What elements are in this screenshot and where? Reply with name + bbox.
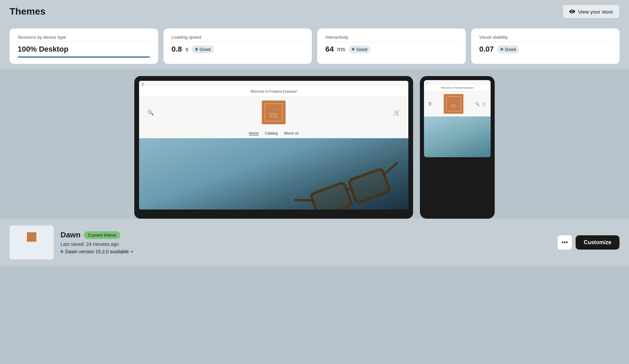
tablet-hero: [139, 138, 408, 210]
tablet-nav: 🔍 👓 Portland Eyewear 🛒: [139, 96, 408, 128]
logo-text: Portland Eyewear: [270, 113, 277, 118]
view-store-label: View your store: [578, 9, 613, 15]
stat-label-sessions: Sessions by device type: [18, 35, 150, 40]
mobile-menu-icon: ☰: [428, 102, 432, 106]
version-dot: [61, 250, 63, 253]
mobile-code: );: [424, 80, 491, 85]
stat-card-interactivity: Interactivity 64 ms Good: [317, 29, 466, 64]
stat-badge-loading: Good: [192, 46, 214, 53]
theme-name-row: Dawn Current theme: [61, 231, 133, 239]
svg-line-3: [295, 195, 313, 206]
mobile-logo-inner: 👓 PortlandEyewear: [446, 96, 461, 111]
page-header: Themes View your store: [0, 0, 629, 23]
stat-label-stability: Visual stability: [479, 35, 612, 40]
stat-value-loading: 0.8: [172, 45, 182, 54]
mobile-nav: ☰ 👓 PortlandEyewear 🔍 🛒: [424, 91, 491, 116]
tablet-menu-links: Home Catalog About us: [139, 128, 408, 138]
tablet-topbar: Welcome to Portland Eyewear!: [139, 87, 408, 96]
sessions-progress-bar: [18, 56, 150, 58]
eye-icon: [569, 8, 575, 15]
device-tablet: }); Welcome to Portland Eyewear! 🔍 👓 Por…: [134, 76, 413, 219]
device-mobile: ); Welcome to Portland Eyewear! ☰ 👓 Port…: [420, 76, 495, 219]
more-options-button[interactable]: •••: [557, 235, 572, 250]
thumb-logo: [27, 232, 36, 242]
preview-area: }); Welcome to Portland Eyewear! 🔍 👓 Por…: [0, 69, 629, 219]
version-text: Dawn version 15.2.0 available: [65, 249, 129, 254]
theme-name: Dawn: [61, 231, 81, 239]
ellipsis-icon: •••: [562, 239, 568, 246]
menu-home: Home: [249, 131, 259, 135]
mobile-logo-text: PortlandEyewear: [451, 104, 456, 108]
theme-actions: ••• Customize: [557, 235, 619, 250]
theme-version-row: Dawn version 15.2.0 available ▾: [61, 249, 133, 254]
stat-unit-loading: s: [185, 46, 188, 53]
glasses-icon: 👓: [271, 107, 277, 112]
glasses-hero-svg: [279, 138, 408, 210]
current-theme-badge: Current theme: [84, 231, 120, 239]
menu-about: About us: [284, 131, 299, 135]
stat-value-interactivity: 64: [325, 45, 334, 54]
badge-dot-loading: [195, 48, 198, 51]
svg-line-4: [382, 163, 399, 175]
theme-thumbnail: [10, 225, 54, 259]
cart-icon: 🛒: [393, 109, 400, 116]
sessions-progress-fill: [18, 56, 150, 58]
stat-unit-interactivity: ms: [337, 46, 345, 53]
page-title: Themes: [10, 6, 46, 17]
stat-badge-interactivity: Good: [348, 46, 371, 53]
stat-label-interactivity: Interactivity: [325, 35, 458, 40]
theme-details: Dawn Current theme Last saved: 24 minute…: [61, 231, 133, 254]
stat-label-loading: Loading speed: [172, 35, 304, 40]
bottom-section: Dawn Current theme Last saved: 24 minute…: [0, 219, 629, 266]
badge-dot-interactivity: [352, 48, 355, 51]
customize-button[interactable]: Customize: [576, 235, 619, 250]
stat-badge-stability: Good: [497, 46, 519, 53]
stats-row: Sessions by device type 100% Desktop Loa…: [0, 23, 629, 69]
stat-card-loading: Loading speed 0.8 s Good: [164, 29, 312, 64]
theme-saved: Last saved: 24 minutes ago: [61, 241, 133, 247]
stat-card-stability: Visual stability 0.07 Good: [471, 29, 620, 64]
mobile-glasses-icon: 👓: [452, 100, 456, 104]
tablet-screen: }); Welcome to Portland Eyewear! 🔍 👓 Por…: [139, 81, 408, 210]
stat-card-sessions: Sessions by device type 100% Desktop: [10, 29, 158, 64]
tablet-logo-inner: 👓 Portland Eyewear: [265, 104, 283, 121]
mobile-topbar: Welcome to Portland Eyewear!: [424, 85, 491, 91]
mobile-screen: ); Welcome to Portland Eyewear! ☰ 👓 Port…: [424, 80, 491, 157]
badge-dot-stability: [500, 48, 503, 51]
mobile-logo: 👓 PortlandEyewear: [444, 94, 463, 114]
stat-value-stability: 0.07: [479, 45, 494, 54]
mobile-search-icon: 🔍: [475, 102, 480, 106]
stat-value-sessions: 100% Desktop: [18, 45, 68, 54]
menu-catalog: Catalog: [265, 131, 278, 135]
chevron-down-icon: ▾: [131, 249, 133, 254]
search-icon: 🔍: [147, 109, 154, 116]
mobile-cart-icon: 🛒: [482, 102, 487, 106]
theme-info: Dawn Current theme Last saved: 24 minute…: [10, 225, 133, 259]
view-store-button[interactable]: View your store: [563, 5, 619, 18]
thumb-inner: [10, 225, 54, 259]
tablet-logo: 👓 Portland Eyewear: [262, 101, 286, 124]
mobile-icons-right: 🔍 🛒: [475, 102, 487, 106]
tablet-code: });: [139, 81, 408, 87]
mobile-hero: [424, 116, 491, 157]
